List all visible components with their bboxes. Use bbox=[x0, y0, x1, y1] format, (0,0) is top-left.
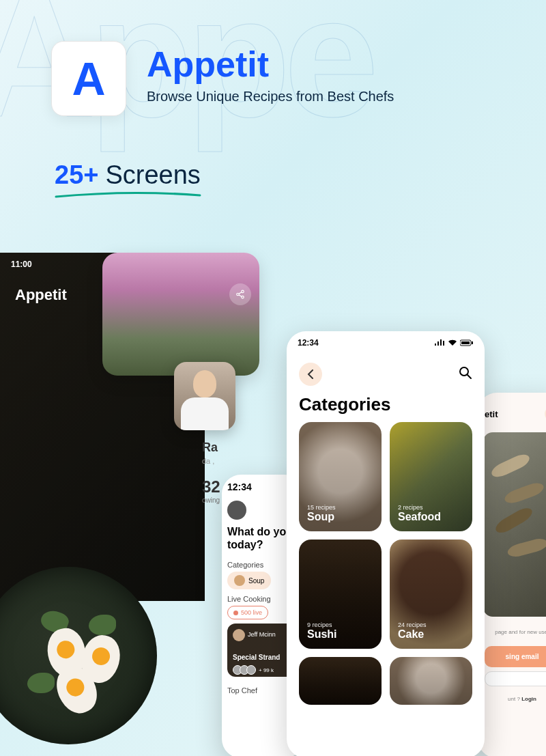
category-card-partial[interactable] bbox=[390, 657, 472, 705]
food-plate-image bbox=[0, 567, 157, 744]
chef-body-shape bbox=[181, 397, 229, 430]
categories-header bbox=[287, 354, 485, 394]
login-email-button[interactable]: sing email bbox=[485, 646, 546, 667]
share-button[interactable] bbox=[229, 283, 251, 305]
landscape-card bbox=[102, 253, 259, 376]
category-name: Cake bbox=[398, 628, 464, 641]
viewers-avatars: + 99 k bbox=[233, 665, 293, 675]
status-time: 11:00 bbox=[11, 260, 32, 269]
svg-point-2 bbox=[242, 296, 244, 298]
search-button[interactable] bbox=[459, 366, 472, 383]
battery-icon bbox=[460, 339, 474, 346]
category-card-seafood[interactable]: 2 recipes Seafood bbox=[390, 422, 472, 531]
svg-rect-8 bbox=[461, 341, 470, 344]
live-count-text: 500 live bbox=[241, 609, 262, 616]
category-name: Seafood bbox=[398, 511, 464, 523]
app-subtitle: Browse Unique Recipes from Best Chefs bbox=[147, 89, 394, 104]
chip-label: Soup bbox=[248, 577, 264, 585]
chef-following-count: 32 bbox=[202, 477, 220, 496]
svg-line-11 bbox=[468, 375, 471, 378]
title-block: Appetit Browse Unique Recipes from Best … bbox=[147, 41, 394, 104]
category-card-soup[interactable]: 15 recipes Soup bbox=[299, 422, 382, 531]
category-count: 15 recipes bbox=[307, 504, 373, 511]
header-block: A Appetit Browse Unique Recipes from Bes… bbox=[51, 41, 394, 116]
chef-stats-partial: Ra da , 32 owing bbox=[202, 440, 220, 504]
login-link[interactable]: Login bbox=[521, 696, 536, 702]
wifi-icon bbox=[448, 339, 457, 346]
login-footer: unt ? Login bbox=[478, 690, 546, 702]
svg-point-0 bbox=[242, 290, 244, 293]
categories-grid: 15 recipes Soup 2 recipes Seafood 9 reci… bbox=[287, 422, 485, 705]
category-name: Sushi bbox=[307, 628, 373, 641]
chef-head-shape bbox=[193, 370, 216, 397]
status-bar: 12:34 bbox=[287, 331, 485, 354]
live-chef-name: Jeff Mcinn bbox=[248, 632, 276, 639]
svg-point-1 bbox=[237, 293, 240, 296]
login-description: page and for new user bbox=[478, 622, 546, 642]
category-card-cake[interactable]: 24 recipes Cake bbox=[390, 540, 472, 649]
chef-avatar[interactable] bbox=[174, 362, 235, 430]
soup-icon bbox=[234, 575, 245, 586]
back-button[interactable] bbox=[299, 363, 322, 386]
svg-line-3 bbox=[239, 292, 242, 294]
search-icon bbox=[459, 366, 472, 380]
mockups-area: Ra da , 32 owing 11:00 LTE 100% Appetit … bbox=[0, 253, 546, 756]
phone-login-screen: etit ? page and for new user sing email … bbox=[478, 393, 546, 756]
status-time: 12:34 bbox=[298, 338, 319, 348]
chevron-left-icon bbox=[307, 369, 314, 379]
live-card-title: Special Strand bbox=[233, 654, 293, 661]
svg-line-4 bbox=[239, 295, 242, 296]
category-count: 2 recipes bbox=[398, 504, 464, 511]
login-hero-image bbox=[483, 432, 546, 617]
category-card-sushi[interactable]: 9 recipes Sushi bbox=[299, 540, 382, 649]
screens-badge: 25+Screens bbox=[55, 160, 201, 198]
app-title: Appetit bbox=[147, 46, 394, 82]
phone-categories-screen: 12:34 Categories 15 recipes Soup 2 recip… bbox=[287, 331, 485, 756]
user-avatar[interactable] bbox=[227, 501, 246, 520]
login-apple-button[interactable] bbox=[485, 671, 546, 686]
login-footer-text: unt ? bbox=[508, 696, 520, 702]
category-card-partial[interactable] bbox=[299, 657, 382, 705]
live-count-chip[interactable]: 500 live bbox=[227, 606, 268, 619]
live-chef-avatar bbox=[233, 629, 245, 641]
underline-swoosh bbox=[55, 191, 201, 198]
chef-following-label: owing bbox=[202, 496, 220, 504]
category-chip-soup[interactable]: Soup bbox=[227, 572, 271, 589]
login-brand-text: etit bbox=[485, 409, 498, 419]
status-icons bbox=[434, 339, 474, 346]
app-logo-box: A bbox=[51, 41, 126, 116]
category-count: 24 recipes bbox=[398, 621, 464, 628]
screens-label: Screens bbox=[105, 160, 200, 189]
logo-letter: A bbox=[72, 52, 105, 105]
chef-location: da , bbox=[202, 457, 220, 465]
category-name: Soup bbox=[307, 511, 373, 523]
signal-icon bbox=[434, 339, 445, 346]
live-dot-icon bbox=[233, 611, 238, 615]
svg-point-10 bbox=[460, 367, 468, 376]
login-header: etit ? bbox=[478, 393, 546, 427]
screens-count: 25+ bbox=[55, 160, 98, 189]
category-count: 9 recipes bbox=[307, 621, 373, 628]
categories-title: Categories bbox=[287, 394, 485, 422]
viewer-count: + 99 k bbox=[259, 667, 274, 673]
svg-rect-9 bbox=[472, 341, 473, 344]
chef-name: Ra bbox=[202, 440, 220, 455]
